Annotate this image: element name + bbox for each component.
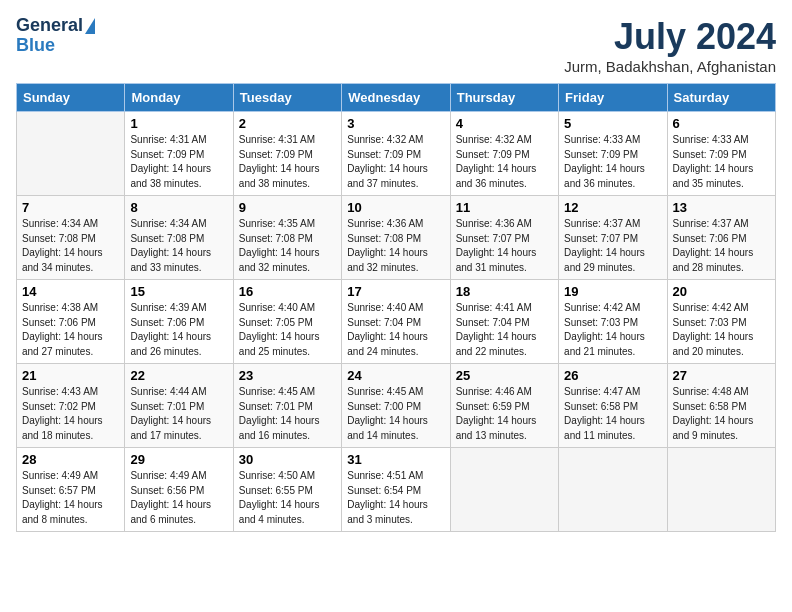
day-info: Sunrise: 4:32 AMSunset: 7:09 PMDaylight:…	[456, 133, 553, 191]
col-header-thursday: Thursday	[450, 84, 558, 112]
day-number: 1	[130, 116, 227, 131]
day-cell: 7Sunrise: 4:34 AMSunset: 7:08 PMDaylight…	[17, 196, 125, 280]
day-number: 17	[347, 284, 444, 299]
day-info: Sunrise: 4:48 AMSunset: 6:58 PMDaylight:…	[673, 385, 770, 443]
day-number: 25	[456, 368, 553, 383]
day-cell: 20Sunrise: 4:42 AMSunset: 7:03 PMDayligh…	[667, 280, 775, 364]
day-number: 6	[673, 116, 770, 131]
day-cell: 8Sunrise: 4:34 AMSunset: 7:08 PMDaylight…	[125, 196, 233, 280]
day-info: Sunrise: 4:40 AMSunset: 7:04 PMDaylight:…	[347, 301, 444, 359]
day-info: Sunrise: 4:36 AMSunset: 7:08 PMDaylight:…	[347, 217, 444, 275]
day-info: Sunrise: 4:31 AMSunset: 7:09 PMDaylight:…	[130, 133, 227, 191]
day-cell: 5Sunrise: 4:33 AMSunset: 7:09 PMDaylight…	[559, 112, 667, 196]
day-cell	[17, 112, 125, 196]
day-number: 26	[564, 368, 661, 383]
calendar-table: SundayMondayTuesdayWednesdayThursdayFrid…	[16, 83, 776, 532]
day-info: Sunrise: 4:33 AMSunset: 7:09 PMDaylight:…	[564, 133, 661, 191]
day-info: Sunrise: 4:45 AMSunset: 7:01 PMDaylight:…	[239, 385, 336, 443]
logo: General Blue	[16, 16, 95, 56]
day-cell: 21Sunrise: 4:43 AMSunset: 7:02 PMDayligh…	[17, 364, 125, 448]
day-cell: 18Sunrise: 4:41 AMSunset: 7:04 PMDayligh…	[450, 280, 558, 364]
day-cell: 15Sunrise: 4:39 AMSunset: 7:06 PMDayligh…	[125, 280, 233, 364]
day-cell: 9Sunrise: 4:35 AMSunset: 7:08 PMDaylight…	[233, 196, 341, 280]
day-info: Sunrise: 4:49 AMSunset: 6:56 PMDaylight:…	[130, 469, 227, 527]
day-cell: 17Sunrise: 4:40 AMSunset: 7:04 PMDayligh…	[342, 280, 450, 364]
day-number: 14	[22, 284, 119, 299]
day-cell	[667, 448, 775, 532]
day-number: 8	[130, 200, 227, 215]
col-header-saturday: Saturday	[667, 84, 775, 112]
week-row-3: 14Sunrise: 4:38 AMSunset: 7:06 PMDayligh…	[17, 280, 776, 364]
day-number: 4	[456, 116, 553, 131]
day-cell: 29Sunrise: 4:49 AMSunset: 6:56 PMDayligh…	[125, 448, 233, 532]
day-number: 23	[239, 368, 336, 383]
day-info: Sunrise: 4:34 AMSunset: 7:08 PMDaylight:…	[130, 217, 227, 275]
week-row-5: 28Sunrise: 4:49 AMSunset: 6:57 PMDayligh…	[17, 448, 776, 532]
day-info: Sunrise: 4:32 AMSunset: 7:09 PMDaylight:…	[347, 133, 444, 191]
day-number: 11	[456, 200, 553, 215]
day-info: Sunrise: 4:39 AMSunset: 7:06 PMDaylight:…	[130, 301, 227, 359]
day-cell: 22Sunrise: 4:44 AMSunset: 7:01 PMDayligh…	[125, 364, 233, 448]
day-cell: 11Sunrise: 4:36 AMSunset: 7:07 PMDayligh…	[450, 196, 558, 280]
day-info: Sunrise: 4:49 AMSunset: 6:57 PMDaylight:…	[22, 469, 119, 527]
logo-triangle-icon	[85, 18, 95, 34]
day-info: Sunrise: 4:46 AMSunset: 6:59 PMDaylight:…	[456, 385, 553, 443]
day-cell: 25Sunrise: 4:46 AMSunset: 6:59 PMDayligh…	[450, 364, 558, 448]
day-cell: 23Sunrise: 4:45 AMSunset: 7:01 PMDayligh…	[233, 364, 341, 448]
day-info: Sunrise: 4:43 AMSunset: 7:02 PMDaylight:…	[22, 385, 119, 443]
header-row: SundayMondayTuesdayWednesdayThursdayFrid…	[17, 84, 776, 112]
day-info: Sunrise: 4:42 AMSunset: 7:03 PMDaylight:…	[564, 301, 661, 359]
day-cell	[450, 448, 558, 532]
col-header-tuesday: Tuesday	[233, 84, 341, 112]
day-number: 7	[22, 200, 119, 215]
day-cell: 13Sunrise: 4:37 AMSunset: 7:06 PMDayligh…	[667, 196, 775, 280]
day-number: 22	[130, 368, 227, 383]
day-info: Sunrise: 4:41 AMSunset: 7:04 PMDaylight:…	[456, 301, 553, 359]
logo-blue: Blue	[16, 36, 55, 56]
day-cell: 28Sunrise: 4:49 AMSunset: 6:57 PMDayligh…	[17, 448, 125, 532]
col-header-sunday: Sunday	[17, 84, 125, 112]
day-number: 27	[673, 368, 770, 383]
day-number: 18	[456, 284, 553, 299]
week-row-4: 21Sunrise: 4:43 AMSunset: 7:02 PMDayligh…	[17, 364, 776, 448]
week-row-2: 7Sunrise: 4:34 AMSunset: 7:08 PMDaylight…	[17, 196, 776, 280]
day-info: Sunrise: 4:37 AMSunset: 7:06 PMDaylight:…	[673, 217, 770, 275]
col-header-monday: Monday	[125, 84, 233, 112]
day-number: 20	[673, 284, 770, 299]
day-cell: 1Sunrise: 4:31 AMSunset: 7:09 PMDaylight…	[125, 112, 233, 196]
day-number: 16	[239, 284, 336, 299]
day-cell: 6Sunrise: 4:33 AMSunset: 7:09 PMDaylight…	[667, 112, 775, 196]
day-cell: 26Sunrise: 4:47 AMSunset: 6:58 PMDayligh…	[559, 364, 667, 448]
day-number: 28	[22, 452, 119, 467]
day-number: 10	[347, 200, 444, 215]
day-cell: 14Sunrise: 4:38 AMSunset: 7:06 PMDayligh…	[17, 280, 125, 364]
day-cell: 27Sunrise: 4:48 AMSunset: 6:58 PMDayligh…	[667, 364, 775, 448]
day-cell: 19Sunrise: 4:42 AMSunset: 7:03 PMDayligh…	[559, 280, 667, 364]
day-cell: 2Sunrise: 4:31 AMSunset: 7:09 PMDaylight…	[233, 112, 341, 196]
day-number: 19	[564, 284, 661, 299]
day-number: 21	[22, 368, 119, 383]
day-number: 15	[130, 284, 227, 299]
day-info: Sunrise: 4:31 AMSunset: 7:09 PMDaylight:…	[239, 133, 336, 191]
day-number: 31	[347, 452, 444, 467]
week-row-1: 1Sunrise: 4:31 AMSunset: 7:09 PMDaylight…	[17, 112, 776, 196]
day-info: Sunrise: 4:35 AMSunset: 7:08 PMDaylight:…	[239, 217, 336, 275]
col-header-friday: Friday	[559, 84, 667, 112]
col-header-wednesday: Wednesday	[342, 84, 450, 112]
day-cell: 31Sunrise: 4:51 AMSunset: 6:54 PMDayligh…	[342, 448, 450, 532]
day-number: 13	[673, 200, 770, 215]
title-block: July 2024 Jurm, Badakhshan, Afghanistan	[564, 16, 776, 75]
day-info: Sunrise: 4:33 AMSunset: 7:09 PMDaylight:…	[673, 133, 770, 191]
day-number: 30	[239, 452, 336, 467]
day-cell	[559, 448, 667, 532]
month-title: July 2024	[564, 16, 776, 58]
day-info: Sunrise: 4:36 AMSunset: 7:07 PMDaylight:…	[456, 217, 553, 275]
day-number: 2	[239, 116, 336, 131]
day-info: Sunrise: 4:45 AMSunset: 7:00 PMDaylight:…	[347, 385, 444, 443]
day-cell: 12Sunrise: 4:37 AMSunset: 7:07 PMDayligh…	[559, 196, 667, 280]
day-cell: 4Sunrise: 4:32 AMSunset: 7:09 PMDaylight…	[450, 112, 558, 196]
day-info: Sunrise: 4:47 AMSunset: 6:58 PMDaylight:…	[564, 385, 661, 443]
day-info: Sunrise: 4:37 AMSunset: 7:07 PMDaylight:…	[564, 217, 661, 275]
day-info: Sunrise: 4:38 AMSunset: 7:06 PMDaylight:…	[22, 301, 119, 359]
day-info: Sunrise: 4:42 AMSunset: 7:03 PMDaylight:…	[673, 301, 770, 359]
